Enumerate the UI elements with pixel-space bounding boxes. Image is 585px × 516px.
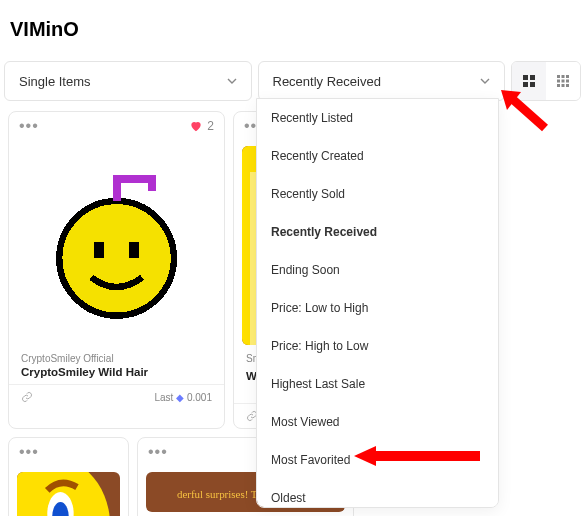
- svg-rect-11: [562, 84, 565, 87]
- sort-option[interactable]: Recently Received: [257, 213, 498, 251]
- sort-option[interactable]: Recently Created: [257, 137, 498, 175]
- sort-option[interactable]: Price: Low to High: [257, 289, 498, 327]
- nft-card[interactable]: ••• 2 CryptoSmiley Official CryptoSmiley…: [8, 111, 225, 429]
- svg-rect-10: [557, 84, 560, 87]
- card-menu-icon[interactable]: •••: [19, 117, 39, 135]
- svg-rect-4: [557, 75, 560, 78]
- last-price: 0.001: [187, 392, 212, 403]
- svg-rect-26: [370, 451, 480, 461]
- like-count: 2: [207, 119, 214, 133]
- svg-rect-9: [566, 80, 569, 83]
- svg-rect-14: [94, 242, 104, 258]
- grid-small-icon: [556, 74, 570, 88]
- svg-rect-8: [562, 80, 565, 83]
- svg-rect-6: [566, 75, 569, 78]
- sort-select[interactable]: Recently Received: [258, 61, 506, 101]
- heart-icon: [189, 119, 203, 133]
- svg-point-13: [59, 201, 174, 316]
- type-select[interactable]: Single Items: [4, 61, 252, 101]
- annotation-arrow-icon: [499, 88, 555, 134]
- sort-option[interactable]: Most Viewed: [257, 403, 498, 441]
- sort-option[interactable]: Recently Sold: [257, 175, 498, 213]
- chevron-down-icon: [227, 76, 237, 86]
- collection-name: CryptoSmiley Official: [21, 353, 212, 364]
- chevron-down-icon: [480, 76, 490, 86]
- svg-rect-1: [530, 75, 535, 80]
- svg-rect-2: [523, 82, 528, 87]
- last-label: Last: [155, 392, 174, 403]
- nft-card[interactable]: ••• Smiley Fest Worry x10: [8, 437, 129, 516]
- svg-rect-3: [530, 82, 535, 87]
- grid-large-icon: [522, 74, 536, 88]
- sort-option[interactable]: Price: High to Low: [257, 327, 498, 365]
- annotation-arrow-icon: [352, 444, 482, 468]
- type-select-value: Single Items: [19, 74, 91, 89]
- sort-option[interactable]: Ending Soon: [257, 251, 498, 289]
- sort-option[interactable]: Highest Last Sale: [257, 365, 498, 403]
- svg-rect-15: [129, 242, 139, 258]
- link-icon: [21, 391, 33, 403]
- svg-rect-5: [562, 75, 565, 78]
- sort-select-value: Recently Received: [273, 74, 381, 89]
- sort-option[interactable]: Recently Listed: [257, 99, 498, 137]
- page-title: VIMinO: [10, 18, 575, 41]
- nft-image: [17, 472, 120, 516]
- svg-rect-0: [523, 75, 528, 80]
- nft-image: [17, 146, 216, 345]
- card-menu-icon[interactable]: •••: [19, 443, 39, 461]
- sort-option[interactable]: Oldest: [257, 479, 498, 508]
- svg-rect-7: [557, 80, 560, 83]
- svg-rect-12: [566, 84, 569, 87]
- card-menu-icon[interactable]: •••: [148, 443, 168, 461]
- item-name: CryptoSmiley Wild Hair: [21, 366, 212, 378]
- like-button[interactable]: 2: [189, 119, 214, 133]
